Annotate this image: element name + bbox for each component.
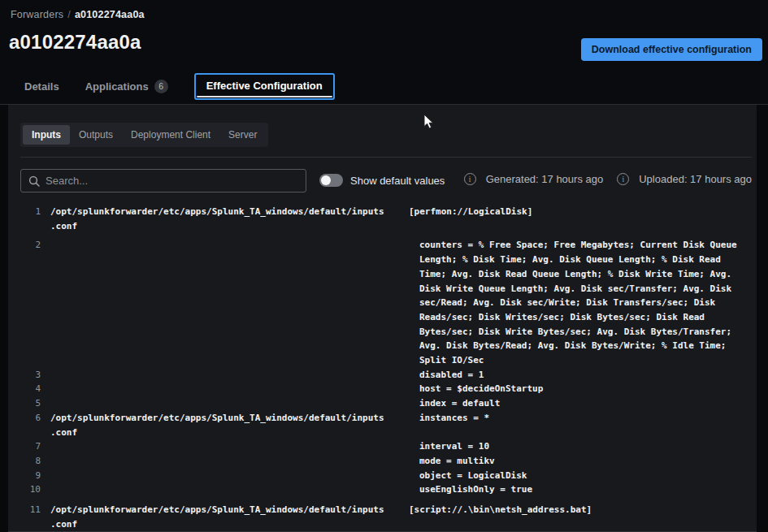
tab-applications[interactable]: Applications6 [85, 80, 168, 93]
info-icon[interactable]: i [464, 173, 476, 185]
uploaded-meta: i Uploaded: 17 hours ago [617, 173, 752, 185]
config-line: 9object = LogicalDisk [20, 469, 754, 483]
breadcrumb-separator: / [67, 9, 71, 20]
config-key-value: disabled = 1 [409, 368, 746, 383]
line-number: 3 [20, 368, 41, 383]
toolbar-divider [20, 157, 752, 158]
line-number: 6 [20, 411, 41, 426]
config-key-value: counters = % Free Space; Free Megabytes;… [409, 238, 746, 367]
line-number: 1 [20, 205, 41, 219]
config-line: 8mode = multikv [20, 454, 754, 469]
config-meta: i Generated: 17 hours ago i Uploaded: 17… [464, 173, 752, 185]
page-header: Forwarders/a0102274aa0a a0102274aa0a Dow… [0, 0, 768, 105]
config-line: 6/opt/splunkforwarder/etc/apps/Splunk_TA… [20, 411, 754, 439]
download-effective-configuration-button[interactable]: Download effective configuration [581, 38, 762, 61]
content-panel: InputsOutputsDeployment ClientServer Sho… [8, 105, 757, 532]
config-key-value: useEnglishOnly = true [409, 482, 746, 497]
config-file-path: /opt/splunkforwarder/etc/apps/Splunk_TA_… [50, 411, 386, 439]
config-key-value: index = default [409, 396, 746, 411]
tab-label: Effective Configuration [206, 80, 323, 92]
config-line: 7interval = 10 [20, 439, 754, 454]
uploaded-timestamp: Uploaded: 17 hours ago [639, 173, 752, 185]
config-line: 4host = $decideOnStartup [20, 382, 754, 396]
generated-timestamp: Generated: 17 hours ago [486, 173, 604, 185]
applications-count-badge: 6 [154, 80, 168, 93]
config-line: 3disabled = 1 [20, 368, 754, 383]
tab-effective-configuration[interactable]: Effective Configuration [194, 73, 335, 100]
tab-label: Applications [85, 80, 149, 93]
toggle-knob [321, 175, 331, 185]
search-input[interactable] [46, 175, 298, 187]
config-line: 10useEnglishOnly = true [20, 482, 754, 497]
page-title: a0102274aa0a [9, 31, 141, 54]
config-stanza: [perfmon://LogicalDisk] [409, 205, 746, 219]
line-number: 5 [20, 396, 41, 411]
line-number: 10 [20, 482, 41, 497]
config-stanza: [script://.\bin\netsh_address.bat] [409, 503, 746, 517]
tab-details[interactable]: Details [24, 80, 59, 93]
config-line: 5index = default [20, 396, 754, 411]
search-icon [28, 175, 40, 187]
subtab-deployment-client[interactable]: Deployment Client [122, 125, 219, 145]
config-key-value: mode = multikv [409, 454, 746, 469]
line-number: 9 [20, 469, 41, 483]
breadcrumb-current: a0102274aa0a [75, 9, 145, 20]
config-key-value: object = LogicalDisk [409, 469, 746, 483]
search-box[interactable] [20, 169, 306, 192]
config-file-path: /opt/splunkforwarder/etc/apps/Splunk_TA_… [50, 503, 386, 531]
show-default-values-label: Show default values [350, 175, 445, 187]
subtab-server[interactable]: Server [219, 125, 266, 145]
config-line: 2counters = % Free Space; Free Megabytes… [20, 238, 754, 367]
breadcrumb: Forwarders/a0102274aa0a [11, 9, 145, 20]
config-section-tabs: InputsOutputsDeployment ClientServer [20, 123, 268, 147]
tab-label: Details [24, 80, 59, 93]
effective-config-viewer: 1/opt/splunkforwarder/etc/apps/Splunk_TA… [20, 201, 754, 531]
line-number: 2 [20, 238, 41, 253]
config-file-path: /opt/splunkforwarder/etc/apps/Splunk_TA_… [50, 205, 386, 233]
config-key-value: instances = * [409, 411, 746, 426]
line-number: 4 [20, 382, 41, 396]
subtab-outputs[interactable]: Outputs [70, 125, 122, 145]
config-key-value: host = $decideOnStartup [409, 382, 746, 396]
show-default-values-toggle[interactable] [319, 174, 343, 187]
config-line: 11/opt/splunkforwarder/etc/apps/Splunk_T… [20, 503, 754, 531]
info-icon[interactable]: i [617, 173, 629, 185]
line-number: 8 [20, 454, 41, 469]
subtab-inputs[interactable]: Inputs [23, 125, 70, 145]
line-number: 7 [20, 439, 41, 454]
generated-meta: i Generated: 17 hours ago [464, 173, 604, 185]
breadcrumb-forwarders-link[interactable]: Forwarders [11, 9, 63, 20]
tab-bar: DetailsApplications6Effective Configurat… [24, 71, 335, 101]
mouse-cursor [423, 114, 435, 130]
config-key-value: interval = 10 [409, 439, 746, 454]
config-line: 1/opt/splunkforwarder/etc/apps/Splunk_TA… [20, 205, 754, 233]
line-number: 11 [20, 503, 41, 517]
